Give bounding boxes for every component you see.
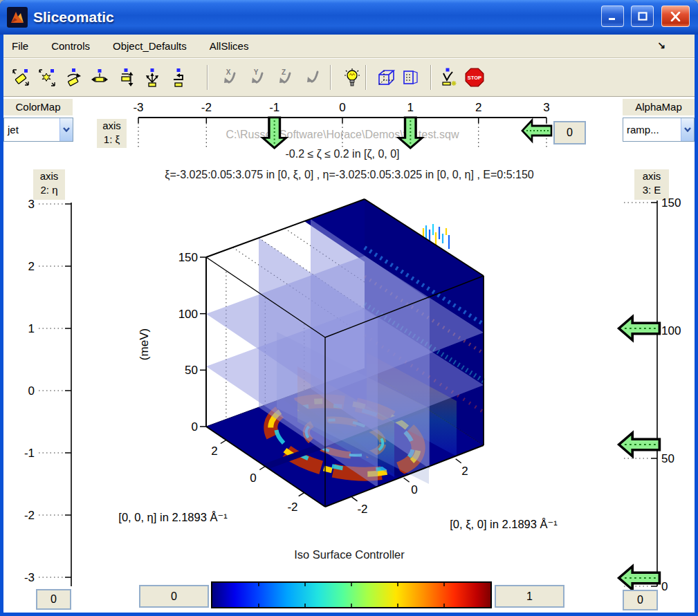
svg-text:STOP: STOP: [468, 75, 481, 81]
slice-drag-tool-button[interactable]: [8, 64, 33, 93]
close-button[interactable]: [661, 6, 690, 27]
svg-text:X: X: [226, 68, 231, 76]
colormap-select[interactable]: jet: [3, 118, 73, 142]
eta-plot-tick: 0: [250, 472, 256, 485]
toolbar-separator: [207, 65, 208, 90]
menu-object-defaults[interactable]: Object_Defaults: [106, 38, 194, 54]
iso-controller-title: Iso Surface Controller: [107, 548, 591, 561]
menu-allslices[interactable]: AllSlices: [203, 38, 256, 54]
eta-plot-tick: -2: [287, 501, 297, 514]
toolbar: X Y Z: [3, 58, 695, 97]
rotate-slice-tool-button[interactable]: [61, 64, 86, 93]
xi-tick: 1: [407, 101, 414, 114]
z-tick: 150: [178, 251, 198, 264]
camera-x-button[interactable]: X: [218, 64, 243, 93]
slice-all-tool-button[interactable]: [35, 64, 59, 93]
axis1-label: axis 1: ξ: [97, 119, 127, 148]
eta-tick: 3: [28, 198, 35, 211]
xi-tick: 2: [475, 101, 481, 114]
eta-tick: 2: [28, 260, 35, 273]
minimize-button[interactable]: [601, 6, 624, 27]
move-vertical-tool-button[interactable]: [113, 64, 138, 93]
xi-tick: -3: [133, 101, 143, 114]
menubar: File Controls Object_Defaults AllSlices …: [3, 35, 695, 58]
colorbar-ticks: [212, 583, 490, 607]
energy-value-input[interactable]: 0: [623, 590, 658, 610]
window-bottom-border: [0, 613, 698, 616]
xi-axis-annotation: [0, ξ, 0] in 2.1893 Å⁻¹: [450, 518, 558, 531]
cube-3d-view-button[interactable]: [374, 64, 398, 93]
xi-plot-tick: 0: [411, 483, 417, 496]
axes-ranges-text: ξ=-3.025:0.05:3.075 in [0, ξ, 0] , η=-3.…: [59, 169, 640, 181]
eta-value-input[interactable]: 0: [36, 589, 71, 610]
xi-tick: 3: [543, 101, 549, 114]
xi-slider[interactable]: -3 -2 -1 0 1 2 3: [97, 98, 602, 152]
xi-plot-tick: -2: [357, 503, 367, 516]
xi-slice-arrow[interactable]: [398, 118, 422, 148]
energy-tick: 0: [661, 580, 668, 593]
z-axis-label: (meV): [138, 328, 151, 360]
xi-tick: -2: [201, 101, 212, 114]
camera-y-button[interactable]: Y: [246, 64, 270, 93]
eta-tick: 0: [28, 384, 35, 398]
alpha-top-tool-button[interactable]: [166, 64, 191, 93]
light-bulb-button[interactable]: [340, 64, 365, 93]
eta-tick: 1: [28, 322, 35, 335]
colormap-label: ColorMap: [3, 99, 73, 115]
eta-axis-annotation: [0, 0, η] in 2.1893 Å⁻¹: [118, 511, 228, 523]
xi-value-input[interactable]: 0: [553, 121, 586, 144]
alphamap-value: ramp...: [627, 124, 659, 136]
svg-text:Y: Y: [254, 68, 259, 76]
iso-colorbar[interactable]: [211, 581, 492, 608]
chevron-down-icon[interactable]: [681, 118, 694, 141]
eta-slider[interactable]: 3 2 1 0 -1 -2 -3: [21, 194, 76, 591]
z-tick: 0: [192, 420, 198, 433]
z-tick: 100: [178, 308, 198, 321]
stop-button[interactable]: STOP: [462, 64, 487, 93]
xi-tick: 0: [339, 101, 345, 114]
toolbar-separator: [430, 65, 432, 90]
eta-tick: -2: [24, 509, 35, 522]
cube-flat-view-button[interactable]: [398, 64, 423, 93]
volume-plot[interactable]: 150 100 50 0 (meV) 2 0 -2: [69, 194, 671, 539]
camera-z-button[interactable]: Z: [273, 64, 298, 93]
z-tick: 50: [185, 364, 198, 377]
matlab-app-icon: [7, 7, 28, 28]
xi-slice-arrow[interactable]: [522, 120, 551, 141]
eta-plot-tick: 2: [211, 445, 217, 458]
menu-overflow-icon[interactable]: ↘: [657, 39, 665, 50]
menu-file[interactable]: File: [5, 38, 35, 54]
maximize-button[interactable]: [631, 6, 654, 27]
menu-controls[interactable]: Controls: [44, 38, 97, 54]
iso-min-input[interactable]: 0: [139, 585, 209, 608]
titlebar[interactable]: Sliceomatic: [0, 0, 698, 35]
toolbar-separator: [330, 65, 331, 90]
chevron-down-icon[interactable]: [59, 118, 73, 141]
sliceomatic-window: Sliceomatic File Controls Object_Default…: [0, 0, 698, 616]
eta-tick: -3: [24, 571, 35, 584]
xi-plot-tick: 2: [461, 465, 468, 478]
eta-tick: -1: [24, 447, 35, 460]
move-horizontal-tool-button[interactable]: [87, 64, 112, 93]
alphamap-label: AlphaMap: [623, 99, 695, 115]
alpha-spread-tool-button[interactable]: [140, 64, 165, 93]
xi-tick: -1: [269, 101, 279, 114]
toolbar-separator: [365, 65, 367, 90]
iso-max-input[interactable]: 1: [495, 585, 564, 608]
svg-text:Z: Z: [282, 68, 286, 76]
alphamap-select[interactable]: ramp...: [623, 118, 695, 142]
camera-free-button[interactable]: [301, 64, 326, 93]
xi-slice-arrow[interactable]: [263, 118, 286, 148]
colormap-value: jet: [8, 124, 19, 136]
window-title: Sliceomatic: [33, 9, 114, 26]
figure-canvas: ColorMap jet AlphaMap ramp... C:\Russell…: [3, 97, 695, 613]
iso-surface-tool-button[interactable]: [436, 64, 461, 93]
